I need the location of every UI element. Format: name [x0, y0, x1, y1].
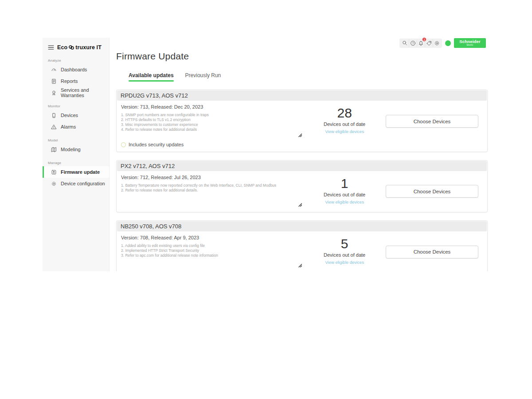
- tab-previously-run[interactable]: Previously Run: [185, 72, 221, 82]
- dashboards-icon: [51, 67, 57, 73]
- tab-bar: Available updates Previously Run: [129, 72, 489, 82]
- device-stats: 28 Devices out of date View eligible dev…: [303, 104, 386, 138]
- version-line: Version: 708, Released: Apr 9, 2023: [121, 235, 303, 240]
- card-title: PX2 v712, AOS v712: [117, 161, 487, 171]
- view-eligible-devices-link[interactable]: View eligible devices: [325, 200, 364, 204]
- security-note: Includes security updates: [129, 142, 184, 147]
- sidebar-section-manage: Manage: [43, 155, 109, 166]
- resize-handle-icon[interactable]: [298, 264, 302, 269]
- modeling-icon: [51, 147, 57, 153]
- main-content: Firmware Update Available updates Previo…: [110, 38, 489, 271]
- version-line: Version: 712, Released: Jul 26, 2023: [121, 175, 303, 180]
- sidebar: Eco truxure IT Analyze Dashboards Report…: [43, 38, 110, 271]
- brand-logo: Eco truxure IT: [57, 44, 102, 51]
- device-stats: 5 Devices out of date View eligible devi…: [303, 235, 386, 269]
- tab-available-updates[interactable]: Available updates: [129, 72, 174, 82]
- devices-out-of-date-count: 1: [303, 176, 386, 191]
- card-title: NB250 v708, AOS v708: [117, 221, 487, 231]
- release-note: 1. SNMP port numbers are now configurabl…: [121, 113, 302, 117]
- brand-prefix: Eco: [57, 44, 67, 51]
- firmware-card-list: RPDU2G v713, AOS v712 Version: 713, Rele…: [116, 90, 488, 271]
- release-note: 1. Battery Temperature now reported corr…: [121, 183, 302, 188]
- tab-label: Previously Run: [185, 72, 221, 78]
- release-note: 3. Refer to apc.com for additional relea…: [121, 253, 302, 258]
- choose-devices-button[interactable]: Choose Devices: [386, 115, 478, 128]
- devices-icon: [51, 113, 57, 118]
- sidebar-section-analyze: Analyze: [43, 53, 109, 64]
- sidebar-item-label: Dashboards: [61, 67, 87, 72]
- sidebar-item-label: Reports: [61, 78, 78, 84]
- count-label: Devices out of date: [303, 252, 386, 258]
- tab-label: Available updates: [129, 72, 174, 78]
- ecostruxure-loop-icon: [68, 44, 75, 51]
- release-notes-box[interactable]: 1. Battery Temperature now reported corr…: [121, 183, 302, 208]
- brand-row: Eco truxure IT: [43, 38, 109, 53]
- release-note: 1. Added ability to edit existing users …: [121, 243, 302, 248]
- sidebar-item-devices[interactable]: Devices: [43, 110, 109, 121]
- firmware-update-icon: [51, 169, 57, 175]
- card-title: RPDU2G v713, AOS v712: [117, 90, 487, 101]
- reports-icon: [51, 78, 57, 84]
- sidebar-item-services-warranties[interactable]: Services and Warranties: [43, 87, 109, 98]
- release-note: 4. Refer to release notes for additional…: [121, 127, 302, 132]
- release-note: 2. HTTPS defaults to TLS v1.2 encryption: [121, 117, 302, 122]
- release-note: 2. Refer to release notes for additional…: [121, 188, 302, 193]
- brand-suffix: truxure IT: [75, 44, 102, 51]
- version-line: Version: 713, Released: Dec 20, 2023: [121, 104, 303, 110]
- resize-handle-icon[interactable]: [298, 203, 302, 208]
- choose-devices-button[interactable]: Choose Devices: [386, 246, 478, 258]
- security-circle-icon: [121, 142, 126, 147]
- firmware-card-rpdu2g: RPDU2G v713, AOS v712 Version: 713, Rele…: [116, 90, 488, 152]
- sidebar-item-label: Modeling: [61, 147, 81, 152]
- sidebar-item-label: Alarms: [61, 124, 76, 129]
- release-notes-box[interactable]: 1. SNMP port numbers are now configurabl…: [121, 113, 302, 138]
- app-window: Eco truxure IT Analyze Dashboards Report…: [43, 38, 489, 271]
- sidebar-item-label: Services and Warranties: [61, 87, 109, 98]
- resize-handle-icon[interactable]: [298, 133, 302, 138]
- sidebar-item-reports[interactable]: Reports: [43, 75, 109, 87]
- release-notes-box[interactable]: 1. Added ability to edit existing users …: [121, 243, 302, 269]
- view-eligible-devices-link[interactable]: View eligible devices: [325, 260, 364, 265]
- sidebar-item-firmware-update[interactable]: Firmware update: [43, 166, 109, 178]
- sidebar-item-label: Devices: [61, 113, 78, 118]
- choose-devices-button[interactable]: Choose Devices: [386, 185, 478, 198]
- sidebar-item-alarms[interactable]: Alarms: [43, 121, 109, 133]
- alarms-icon: [51, 124, 57, 130]
- devices-out-of-date-count: 5: [303, 237, 386, 251]
- sidebar-item-device-configuration[interactable]: Device configuration: [43, 178, 109, 189]
- device-configuration-icon: [51, 181, 57, 187]
- count-label: Devices out of date: [303, 121, 386, 127]
- sidebar-item-modeling[interactable]: Modeling: [43, 144, 109, 155]
- count-label: Devices out of date: [303, 192, 386, 197]
- device-stats: 1 Devices out of date View eligible devi…: [303, 175, 386, 208]
- firmware-card-px2: PX2 v712, AOS v712 Version: 712, Release…: [116, 160, 488, 212]
- security-updates-row: Includes security updates: [117, 142, 487, 151]
- view-eligible-devices-link[interactable]: View eligible devices: [325, 129, 364, 134]
- firmware-card-nb250: NB250 v708, AOS v708 Version: 708, Relea…: [116, 220, 488, 271]
- sidebar-item-label: Firmware update: [61, 169, 100, 175]
- release-note: 3. Misc improvements to customer experie…: [121, 122, 302, 127]
- sidebar-item-dashboards[interactable]: Dashboards: [43, 64, 109, 75]
- services-warranties-icon: [51, 90, 57, 96]
- release-note: 2. Implemented HTTP Strict Transport Sec…: [121, 248, 302, 253]
- menu-icon[interactable]: [48, 45, 54, 50]
- sidebar-item-label: Device configuration: [61, 181, 105, 186]
- sidebar-section-monitor: Monitor: [43, 98, 109, 110]
- sidebar-section-model: Model: [43, 133, 109, 144]
- page-title: Firmware Update: [116, 51, 489, 62]
- devices-out-of-date-count: 28: [303, 106, 386, 120]
